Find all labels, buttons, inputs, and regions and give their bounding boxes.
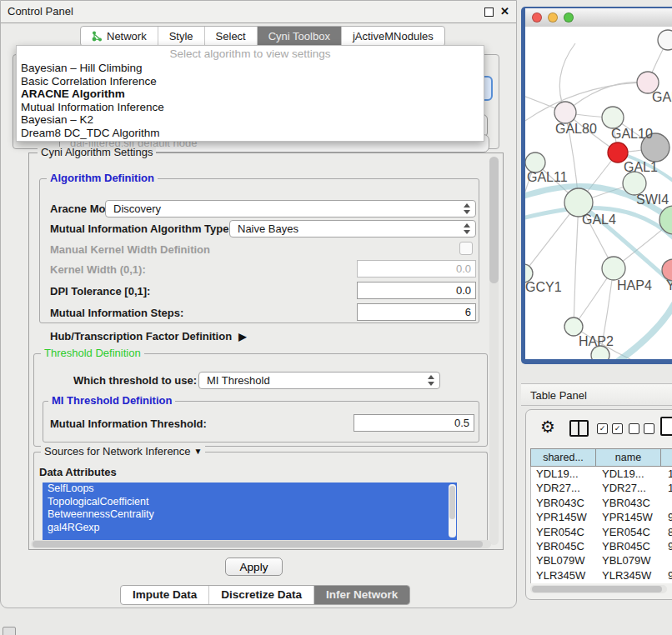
network-window-titlebar[interactable] [525,8,672,28]
tab-style[interactable]: Style [158,27,204,46]
algorithm-dropdown-popup: Select algorithm to view settings Bayesi… [16,45,484,142]
manual-kernel-checkbox[interactable] [459,242,473,255]
data-attributes-list[interactable]: SelfLoopsTopologicalCoefficientBetweenne… [43,482,457,541]
which-threshold-combo[interactable]: MI Threshold [198,372,440,389]
kernel-width-label: Kernel Width (0,1): [50,263,146,276]
chevron-right-icon: ▶ [238,331,246,342]
table-cell: 13 [663,467,672,481]
mi-type-label: Mutual Information Algorithm Type: [50,222,233,235]
attribute-item-selfloops[interactable]: SelfLoops [43,482,457,496]
select-all-icon[interactable]: ✓ ✓ [597,423,623,434]
table-cell: YLR345W [531,568,597,582]
close-icon[interactable]: ✕ [500,1,509,22]
mi-threshold-group: MI Threshold Definition Mutual Informati… [43,401,479,442]
tab-label: Network [107,28,147,46]
network-node[interactable] [602,107,624,128]
mi-type-combo[interactable]: Naive Bayes [229,220,476,238]
column-header-name[interactable]: name [595,448,661,467]
deselect-all-icon[interactable] [629,423,654,434]
float-icon[interactable] [484,8,494,17]
table-row[interactable]: YLR345WYLR345W9. [531,568,672,582]
table-row[interactable]: YBR043CYBR043C [531,496,672,510]
dropdown-item-mutual-information-inference[interactable]: Mutual Information Inference [17,101,484,114]
cyni-settings-panel: Cyni Algorithm Settings Algorithm Defini… [28,152,504,550]
stepper-icon [428,375,434,386]
dropdown-item-basic-correlation-inference[interactable]: Basic Correlation Inference [17,75,484,88]
control-panel-title: Control Panel [8,5,73,18]
column-header-extra[interactable] [660,448,672,467]
node-label-gal11: GAL11 [527,170,568,184]
table-row[interactable]: YBL079WYBL079W [531,553,672,568]
network-edge-highlight[interactable] [619,292,672,359]
attribute-item-betweennesscentrality[interactable]: BetweennessCentrality [43,508,457,522]
tab-select[interactable]: Select [204,27,257,46]
table-cell: YBR045C [531,539,597,553]
table-row[interactable]: YIL052CYIL052C9. [531,582,672,583]
network-node[interactable] [554,102,576,123]
list-scrollbar[interactable] [449,484,456,538]
mi-threshold-field[interactable]: 0.5 [354,414,474,432]
kernel-width-field[interactable]: 0.0 [357,260,476,278]
tab-label: Style [169,28,193,46]
network-edge[interactable] [574,202,579,327]
table-cell: YBL079W [597,553,663,568]
table-cell: YBL079W [531,553,597,568]
close-icon[interactable] [532,12,542,22]
attribute-item-gal4rgexp[interactable]: gal4RGexp [43,522,457,535]
table-panel-title: Table Panel [530,389,587,402]
control-panel-window: Control Panel ✕ NetworkStyleSelectCyni T… [0,0,517,608]
network-node[interactable] [623,172,646,195]
network-canvas[interactable]: GALGAL80GAL10GAL1GAL11SWI4GAL4HAP4YGCY1H… [525,27,672,359]
network-node[interactable] [658,30,672,50]
threshold-group: Threshold Definition Which threshold to … [33,353,488,447]
control-panel-titlebar: Control Panel ✕ [1,1,516,23]
stepper-icon [464,203,470,214]
mode-tab-discretize-data[interactable]: Discretize Data [208,586,313,604]
mi-threshold-group-title: MI Threshold Definition [48,395,175,407]
network-node[interactable] [602,257,625,280]
mode-tabs: Impute DataDiscretize DataInfer Network [120,585,410,605]
table-cell: YBR045C [597,539,663,553]
minimize-icon[interactable] [548,12,558,22]
zoom-icon[interactable] [564,12,574,22]
table-row[interactable]: YBR045CYBR045C9. [531,539,672,553]
mi-steps-field[interactable]: 6 [357,303,476,321]
table-horizontal-scrollbar[interactable] [530,585,667,593]
tab-cyni-toolbox[interactable]: Cyni Toolbox [257,27,341,46]
tab-jactivemnodules[interactable]: jActiveMNodules [341,27,444,46]
table-row[interactable]: YPR145WYPR145W9. [531,510,672,524]
stepper-icon [464,223,470,234]
dpi-tolerance-field[interactable]: 0.0 [357,282,476,299]
network-edge[interactable] [525,82,648,127]
tab-network[interactable]: Network [81,27,158,46]
dropdown-item-aracne-algorithm[interactable]: ARACNE Algorithm [17,88,484,101]
hidden-panel-icon[interactable] [3,627,16,635]
mode-tab-impute-data[interactable]: Impute Data [121,586,208,604]
aracne-mode-combo[interactable]: Discovery [105,200,476,218]
settings-vertical-scrollbar[interactable] [489,157,499,545]
node-label-hap2: HAP2 [579,334,614,348]
dropdown-item-bayesian-k2[interactable]: Bayesian – K2 [17,113,484,127]
table-header-row: shared...name [530,448,672,467]
network-node[interactable] [564,318,583,336]
dropdown-item-bayesian-hill-climbing[interactable]: Bayesian – Hill Climbing [17,62,484,75]
apply-button[interactable]: Apply [225,558,283,576]
checked-box-icon: ✓ [612,423,623,434]
table-row[interactable]: YDR27...YDR27...12 [531,481,672,495]
dropdown-item-dream8-dc-tdc-algorithm[interactable]: Dream8 DC_TDC Algorithm [17,127,484,140]
mode-tab-infer-network[interactable]: Infer Network [313,586,409,604]
table-cell: 12 [663,481,672,495]
sources-group-title[interactable]: Sources for Network Inference▼ [41,446,205,458]
column-header-shared[interactable]: shared... [530,448,596,467]
table-cell: YER054C [531,525,597,539]
node-label-hap4: HAP4 [617,278,652,292]
table-row[interactable]: YER054CYER054C8. [531,525,672,539]
attribute-item-topologicalcoefficient[interactable]: TopologicalCoefficient [43,496,457,509]
columns-icon[interactable] [569,420,589,437]
table-cell: YPR145W [597,510,663,524]
hub-definition-toggle[interactable]: Hub/Transcription Factor Definition▶ [50,330,246,342]
file-icon[interactable] [660,417,672,436]
gear-icon[interactable]: ⚙ [540,417,555,437]
table-row[interactable]: YDL19...YDL19...13 [531,467,672,481]
settings-horizontal-scrollbar[interactable] [31,540,491,548]
